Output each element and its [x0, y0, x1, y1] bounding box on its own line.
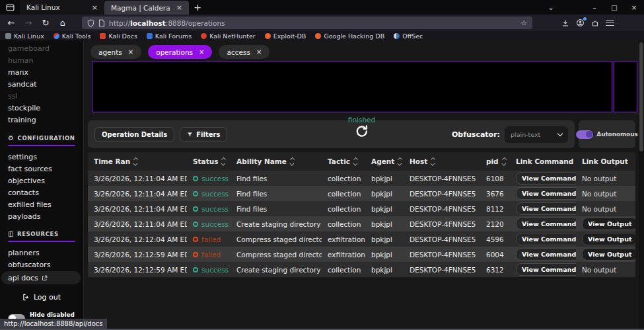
close-icon[interactable]: × [256, 48, 262, 56]
sidebar-item-api-docs[interactable]: api docs [1, 271, 81, 284]
scrollbar-thumb[interactable] [639, 42, 643, 151]
browser-tab-magma-caldera[interactable]: Magma | Caldera × [104, 1, 189, 15]
back-button[interactable]: ← [4, 17, 18, 30]
header-host[interactable]: Host [404, 157, 480, 165]
refresh-icon[interactable] [355, 124, 369, 138]
view-command-button[interactable]: View Command [516, 202, 576, 215]
sidebar-item-training[interactable]: training [0, 114, 83, 126]
tab-close-icon[interactable]: × [176, 3, 182, 12]
tactic-cell: exfiltration [322, 251, 365, 259]
section-underline [8, 145, 75, 146]
view-output-button[interactable]: View Output [582, 218, 635, 230]
bookmark-kali-forums[interactable]: Kali Forums [147, 32, 192, 40]
table-row[interactable]: 3/26/2026, 12:11:04 AM EDT success Find … [88, 171, 635, 186]
account-icon[interactable] [576, 19, 585, 27]
sidebar-item-obfuscators[interactable]: obfuscators [0, 259, 83, 270]
minimize-button[interactable]: – [585, 0, 604, 15]
view-output-button[interactable]: View Output [582, 248, 635, 261]
host-cell: DESKTOP-4FNNSE5 [404, 220, 480, 228]
bookmark-kali-linux[interactable]: Kali Linux [5, 32, 44, 40]
no-output-text: No output [582, 205, 616, 213]
firefox-view-icon[interactable] [0, 0, 20, 15]
reload-button[interactable]: ↻ [38, 17, 53, 30]
sidebar-item-manx[interactable]: manx [0, 66, 83, 78]
view-output-button[interactable]: View Output [582, 233, 635, 245]
view-command-button[interactable]: View Command [516, 218, 576, 230]
close-icon[interactable]: × [128, 48, 133, 56]
bookmark-kali-nethunter[interactable]: Kali NetHunter [201, 32, 256, 40]
sidebar-item-sandcat[interactable]: sandcat [0, 78, 83, 90]
table-row[interactable]: 3/26/2026, 12:11:04 AM EDT success Find … [88, 201, 635, 216]
tab-access[interactable]: access × [219, 45, 269, 59]
bookmark-kali-tools[interactable]: Kali Tools [54, 32, 91, 40]
table-row[interactable]: 3/26/2026, 12:12:59 AM EDT failed Compre… [88, 247, 635, 262]
header-agent[interactable]: Agent [365, 157, 404, 165]
close-icon[interactable]: × [199, 48, 204, 56]
view-command-button[interactable]: View Command [516, 248, 576, 261]
view-command-button[interactable]: View Command [516, 233, 576, 245]
operation-graph-panel[interactable] [92, 61, 612, 112]
sort-icon[interactable] [431, 158, 435, 165]
operation-graph-side-panel[interactable] [614, 61, 637, 112]
sidebar-item-contacts[interactable]: contacts [0, 186, 83, 198]
sidebar-item-planners[interactable]: planners [0, 247, 83, 259]
menu-icon[interactable] [606, 20, 614, 26]
success-icon [193, 267, 198, 272]
obfuscator-select[interactable]: plain-text [505, 126, 568, 143]
bookmark-kali-docs[interactable]: Kali Docs [100, 32, 137, 40]
status-text: success [201, 266, 229, 274]
table-row[interactable]: 3/26/2026, 12:12:59 AM EDT success Creat… [88, 262, 635, 277]
sort-icon[interactable] [354, 158, 357, 165]
downloads-icon[interactable] [561, 19, 569, 27]
sort-icon[interactable] [503, 158, 506, 165]
sort-icon[interactable] [134, 158, 137, 165]
sort-icon[interactable] [222, 158, 225, 165]
operation-details-button[interactable]: Operation Details [94, 127, 174, 142]
tab-close-icon[interactable]: × [92, 3, 98, 12]
browser-tab-kali-linux[interactable]: Kali Linux × [20, 0, 104, 15]
header-link-command: Link Command [510, 157, 576, 165]
table-row[interactable]: 3/26/2026, 12:11:04 AM EDT success Find … [88, 186, 635, 201]
header-pid[interactable]: pid [480, 157, 510, 165]
status-cell: success [187, 220, 231, 228]
bookmark-star-icon[interactable]: ☆ [520, 19, 527, 27]
header-time-ran[interactable]: Time Ran [88, 157, 187, 165]
bookmark-offsec[interactable]: OffSec [394, 32, 423, 40]
page-info-icon[interactable] [98, 19, 105, 27]
list-all-tabs-icon[interactable]: ⌄ [541, 0, 561, 15]
tab-agents[interactable]: agents × [90, 45, 141, 59]
table-row[interactable]: 3/26/2026, 12:11:04 AM EDT success Creat… [88, 216, 635, 231]
sort-icon[interactable] [291, 158, 294, 165]
logout-button[interactable]: Log out [0, 293, 83, 302]
sidebar-item-fact-sources[interactable]: fact sources [0, 163, 83, 175]
tab-operations[interactable]: operations × [148, 45, 212, 59]
sidebar-item-objectives[interactable]: objectives [0, 175, 83, 186]
extensions-icon[interactable] [591, 19, 599, 27]
shield-icon[interactable] [87, 19, 94, 27]
header-ability-name[interactable]: Ability Name [231, 157, 322, 165]
home-button[interactable]: ⌂ [55, 17, 70, 30]
view-command-button[interactable]: View Command [516, 187, 576, 200]
filters-button[interactable]: Filters [180, 127, 227, 142]
header-tactic[interactable]: Tactic [322, 157, 365, 165]
autonomous-toggle[interactable] [576, 130, 593, 139]
table-row[interactable]: 3/26/2026, 12:12:04 AM EDT failed Compre… [88, 231, 635, 247]
view-command-button[interactable]: View Command [516, 263, 576, 276]
url-text[interactable]: http://localhost:8888/operations [109, 19, 517, 27]
url-bar[interactable]: http://localhost:8888/operations ☆ [82, 17, 532, 29]
sidebar-item-exfilled-files[interactable]: exfilled files [0, 198, 83, 210]
sidebar-item-stockpile[interactable]: stockpile [0, 102, 83, 114]
agent-cell: bpkjpl [365, 251, 404, 259]
sort-icon[interactable] [398, 158, 402, 165]
bookmark-exploit-db[interactable]: Exploit-DB [265, 32, 306, 40]
bookmark-google-hacking-db[interactable]: Google Hacking DB [315, 32, 384, 40]
page-scrollbar[interactable] [639, 40, 644, 330]
header-status[interactable]: Status [187, 157, 231, 165]
close-window-button[interactable]: × [624, 0, 644, 15]
view-command-button[interactable]: View Command [516, 172, 576, 185]
configuration-section-header: ⚙ CONFIGURATION [0, 134, 83, 142]
sidebar-item-payloads[interactable]: payloads [0, 210, 83, 222]
sidebar-item-settings[interactable]: settings [0, 151, 83, 163]
new-tab-button[interactable]: + [189, 0, 206, 15]
maximize-button[interactable]: □ [604, 0, 624, 15]
